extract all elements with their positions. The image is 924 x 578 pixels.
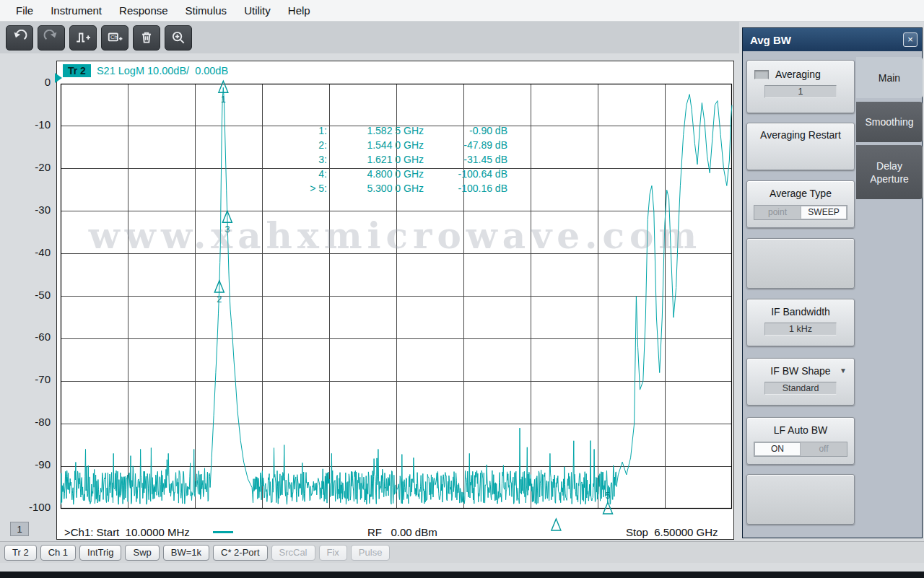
vna-application: { "menu": { "items": ["File", "Instrumen… (0, 0, 924, 578)
panel-tabs: Main Smoothing Delay Aperture (856, 28, 923, 538)
status-fix-button: Fix (319, 545, 347, 561)
status-bandwidth-button[interactable]: BW=1k (163, 545, 209, 561)
window-bottom-edge (0, 572, 924, 578)
status-bar: Tr 2 Ch 1 IntTrig Swp BW=1k C* 2-Port Sr… (0, 541, 924, 563)
status-pulse-button: Pulse (351, 545, 391, 561)
status-trigger-button[interactable]: IntTrig (79, 545, 121, 561)
status-cal-button[interactable]: C* 2-Port (213, 545, 267, 561)
chart-window: Tr 2 S21 LogM 10.00dB/ 0.00dB 1235 www.x… (56, 61, 734, 540)
menu-response[interactable]: Response (110, 4, 177, 17)
averaging-button[interactable]: Averaging 1 (746, 60, 855, 113)
svg-text:Ch: Ch (110, 34, 118, 40)
status-sweep-button[interactable]: Swp (125, 545, 159, 561)
trace-header: Tr 2 S21 LogM 10.00dB/ 0.00dB (63, 63, 228, 79)
zoom-in-icon (170, 30, 186, 45)
delete-button[interactable] (133, 25, 160, 51)
y-axis-tick: -90 (35, 458, 51, 470)
tab-main[interactable]: Main (856, 57, 923, 98)
y-axis-tick: -30 (35, 203, 51, 216)
marker-1-number: 1 (221, 95, 226, 105)
y-axis-tick: -50 (35, 289, 51, 301)
marker-readout-row: 1:1.582 5 GHz-0.90 dB (295, 123, 507, 138)
y-axis-tick: -100 (29, 501, 51, 513)
marker-2-number: 2 (217, 294, 222, 305)
add-trace-button[interactable] (69, 25, 97, 51)
marker-readout-row: 3:1.621 0 GHz-31.45 dB (295, 152, 507, 167)
if-bandwidth-label: IF Bandwidth (747, 306, 854, 318)
channel-start-label: >Ch1: Start 10.0000 MHz (64, 526, 190, 538)
marker-readout-table: 1:1.582 5 GHz-0.90 dB2:1.544 0 GHz-47.89… (295, 123, 507, 196)
tab-delay-aperture[interactable]: Delay Aperture (856, 145, 923, 199)
add-channel-icon: Ch (107, 30, 123, 45)
y-axis-tick: -60 (35, 330, 51, 343)
y-axis-tick: -20 (35, 161, 51, 173)
marker-readout-row: 4:4.800 0 GHz-100.64 dB (295, 167, 507, 181)
avg-bw-panel: Avg BW × Averaging 1 Averaging Restart A… (742, 27, 923, 538)
tab-smoothing[interactable]: Smoothing (856, 102, 923, 142)
lf-auto-bw-button[interactable]: LF Auto BW ON off (746, 417, 855, 465)
y-axis-tick: 0 (45, 76, 51, 88)
menu-stimulus[interactable]: Stimulus (177, 4, 236, 17)
status-srccal-button: SrcCal (271, 545, 315, 561)
y-axis-tick: -70 (35, 373, 51, 385)
average-type-segmented: point SWEEP (754, 205, 847, 220)
toolbar: Ch (0, 22, 739, 53)
if-bw-shape-label: IF BW Shape (747, 365, 854, 377)
averaging-label: Averaging (775, 69, 821, 80)
y-axis-tick: -40 (35, 246, 51, 258)
status-channel-button[interactable]: Ch 1 (40, 545, 76, 561)
menu-file[interactable]: File (7, 4, 42, 17)
add-channel-button[interactable]: Ch (101, 25, 128, 51)
y-axis-labels: 0-10-20-30-40-50-60-70-80-90-100 (20, 61, 53, 546)
y-axis-tick: -80 (35, 416, 51, 428)
channel-number-badge[interactable]: 1 (10, 522, 29, 536)
averaging-restart-button[interactable]: Averaging Restart (746, 123, 855, 170)
zoom-in-button[interactable] (165, 25, 192, 51)
trace-color-swatch (213, 531, 233, 533)
trace-badge[interactable]: Tr 2 (63, 64, 91, 77)
lf-auto-bw-off-option[interactable]: off (801, 442, 847, 456)
menu-bar: File Instrument Response Stimulus Utilit… (0, 0, 924, 22)
panel-controls: Averaging 1 Averaging Restart Average Ty… (746, 60, 855, 525)
add-trace-icon (75, 30, 91, 45)
marker-3-number: 3 (225, 224, 230, 235)
menu-help[interactable]: Help (279, 4, 319, 17)
menu-utility[interactable]: Utility (235, 4, 279, 17)
redo-button[interactable] (38, 25, 65, 51)
average-type-sweep-option[interactable]: SWEEP (801, 206, 847, 219)
redo-icon (43, 30, 59, 45)
if-bw-shape-value[interactable]: Standard (764, 382, 837, 395)
undo-icon (12, 30, 27, 45)
y-axis-tick: -10 (35, 118, 51, 131)
dropdown-caret-icon: ▼ (840, 367, 847, 375)
if-bandwidth-button[interactable]: IF Bandwidth 1 kHz (746, 299, 855, 346)
marker-readout-row: > 5:5.300 0 GHz-100.16 dB (295, 181, 507, 196)
lf-auto-bw-on-option[interactable]: ON (754, 442, 801, 456)
reference-level-marker-icon[interactable] (55, 73, 62, 83)
if-bandwidth-value[interactable]: 1 kHz (764, 323, 837, 336)
averaging-toggle-indicator (754, 70, 769, 79)
stop-frequency-label: Stop 6.50000 GHz (626, 526, 718, 538)
panel-title: Avg BW (750, 34, 791, 46)
menu-instrument[interactable]: Instrument (42, 4, 110, 17)
blank-softkey-2 (746, 474, 855, 525)
average-type-button[interactable]: Average Type point SWEEP (746, 180, 855, 228)
lf-auto-bw-label: LF Auto BW (747, 424, 854, 436)
marker-5-number: 5 (606, 491, 611, 501)
undo-button[interactable] (6, 25, 33, 51)
if-bw-shape-button[interactable]: IF BW Shape ▼ Standard (746, 358, 855, 406)
averaging-restart-label: Averaging Restart (747, 129, 854, 141)
averaging-count-field[interactable]: 1 (764, 85, 837, 98)
delete-icon (139, 30, 154, 45)
blank-softkey-1 (746, 238, 855, 289)
average-type-label: Average Type (747, 188, 854, 199)
trace-format-label: S21 LogM 10.00dB/ 0.00dB (97, 65, 228, 76)
status-trace-button[interactable]: Tr 2 (4, 545, 37, 561)
rf-power-label: RF 0.00 dBm (367, 526, 437, 538)
average-type-point-option[interactable]: point (754, 206, 801, 219)
lf-auto-bw-segmented: ON off (754, 442, 847, 457)
marker-readout-row: 2:1.544 0 GHz-47.89 dB (295, 138, 507, 152)
chart-footer: >Ch1: Start 10.0000 MHz RF 0.00 dBm Stop… (61, 526, 729, 539)
